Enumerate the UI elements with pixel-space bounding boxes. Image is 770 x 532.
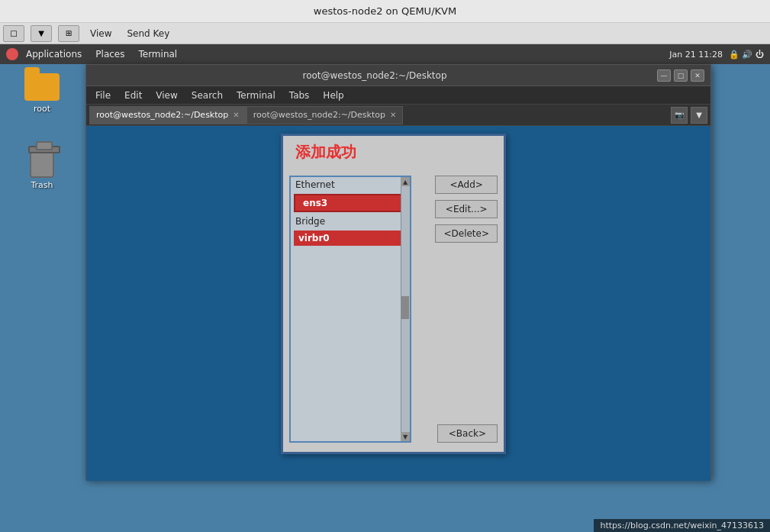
tmenu-search[interactable]: Search <box>185 89 229 102</box>
add-button[interactable]: <Add> <box>435 176 498 194</box>
window-controls: — □ ✕ <box>657 69 704 82</box>
tab-action-icons: 📷 ▼ <box>671 107 707 124</box>
taskbar-time: Jan 21 11:28 <box>669 50 723 60</box>
app-indicator-icon <box>6 48 18 60</box>
terminal-tab-1[interactable]: root@westos_node2:~/Desktop ✕ <box>89 106 246 124</box>
window-title: westos-node2 on QEMU/KVM <box>314 5 456 17</box>
list-section-ethernet: Ethernet <box>291 177 410 192</box>
terminal-titlebar: root@westos_node2:~/Desktop — □ ✕ <box>86 65 710 86</box>
tab-screenshot-btn[interactable]: 📷 <box>671 107 688 124</box>
close-button[interactable]: ✕ <box>691 69 704 82</box>
taskbar-places[interactable]: Places <box>89 47 130 61</box>
url-text: https://blog.csdn.net/weixin_47133613 <box>600 521 764 530</box>
tmenu-terminal[interactable]: Terminal <box>230 89 282 102</box>
top-menu-bar: □ ▼ ⊞ View Send Key <box>0 23 770 44</box>
nmtui-action-buttons: <Add> <Edit...> <Delete> <box>435 176 498 243</box>
gnome-taskbar: Applications Places Terminal Jan 21 11:2… <box>0 44 770 64</box>
tmenu-help[interactable]: Help <box>317 89 350 102</box>
list-section-bridge: Bridge <box>291 214 410 229</box>
tab-dropdown-btn[interactable]: ▼ <box>691 107 707 124</box>
delete-button[interactable]: <Delete> <box>435 224 498 243</box>
maximize-button[interactable]: □ <box>674 69 688 82</box>
tmenu-edit[interactable]: Edit <box>118 89 148 102</box>
scroll-arrow-up[interactable]: ▲ <box>401 177 410 186</box>
scroll-arrow-down[interactable]: ▼ <box>401 432 410 441</box>
toolbar-btn-square[interactable]: □ <box>3 25 24 42</box>
tab-1-close[interactable]: ✕ <box>233 111 239 119</box>
toolbar-btn-grid[interactable]: ⊞ <box>58 25 79 42</box>
taskbar-icons: 🔒 🔊 ⏻ <box>729 50 764 60</box>
scrollbar-thumb <box>401 296 409 319</box>
taskbar-applications[interactable]: Applications <box>20 47 88 61</box>
edit-button[interactable]: <Edit...> <box>435 200 498 218</box>
terminal-tabs: root@westos_node2:~/Desktop ✕ root@westo… <box>86 105 710 126</box>
toolbar-btn-dropdown[interactable]: ▼ <box>31 25 52 42</box>
minimize-button[interactable]: — <box>657 69 671 82</box>
terminal-content: 添加成功 Ethernet ens3 Bridge virbr0 ▲ ▼ <box>86 126 710 481</box>
topmenu-view[interactable]: View <box>85 27 116 40</box>
terminal-tab-2[interactable]: root@westos_node2:~/Desktop ✕ <box>246 106 404 124</box>
desktop-icon-root-label: root <box>34 104 50 114</box>
tmenu-view[interactable]: View <box>150 89 183 102</box>
folder-icon <box>24 72 60 102</box>
tab-2-close[interactable]: ✕ <box>390 111 396 119</box>
topmenu-sendkey[interactable]: Send Key <box>122 27 174 40</box>
list-item-ens3[interactable]: ens3 <box>294 194 407 212</box>
taskbar-right: Jan 21 11:28 🔒 🔊 ⏻ <box>669 50 764 60</box>
nmtui-list-area[interactable]: Ethernet ens3 Bridge virbr0 ▲ ▼ <box>289 176 411 443</box>
nmtui-list-inner: Ethernet ens3 Bridge virbr0 ▲ ▼ <box>291 177 410 441</box>
window-title-bar: westos-node2 on QEMU/KVM <box>0 0 770 23</box>
back-button[interactable]: <Back> <box>437 424 498 443</box>
taskbar-terminal[interactable]: Terminal <box>132 47 183 61</box>
desktop-icon-trash[interactable]: Trash <box>15 148 69 190</box>
desktop-icon-trash-label: Trash <box>31 180 53 190</box>
success-text: 添加成功 <box>295 142 356 163</box>
nmtui-dialog: 添加成功 Ethernet ens3 Bridge virbr0 ▲ ▼ <box>281 134 506 454</box>
tmenu-tabs[interactable]: Tabs <box>283 89 316 102</box>
terminal-menu: File Edit View Search Terminal Tabs Help <box>86 86 710 105</box>
list-item-virbr0[interactable]: virbr0 <box>294 231 407 246</box>
desktop-icon-root[interactable]: root <box>15 72 69 114</box>
list-scrollbar[interactable]: ▲ ▼ <box>401 177 410 441</box>
url-bar: https://blog.csdn.net/weixin_47133613 <box>594 519 770 532</box>
desktop: root Trash root@westos_node2:~/Desktop —… <box>0 64 770 532</box>
terminal-title: root@westos_node2:~/Desktop <box>92 70 657 81</box>
tmenu-file[interactable]: File <box>89 89 117 102</box>
trash-icon <box>24 148 60 179</box>
terminal-window: root@westos_node2:~/Desktop — □ ✕ File E… <box>85 64 711 480</box>
